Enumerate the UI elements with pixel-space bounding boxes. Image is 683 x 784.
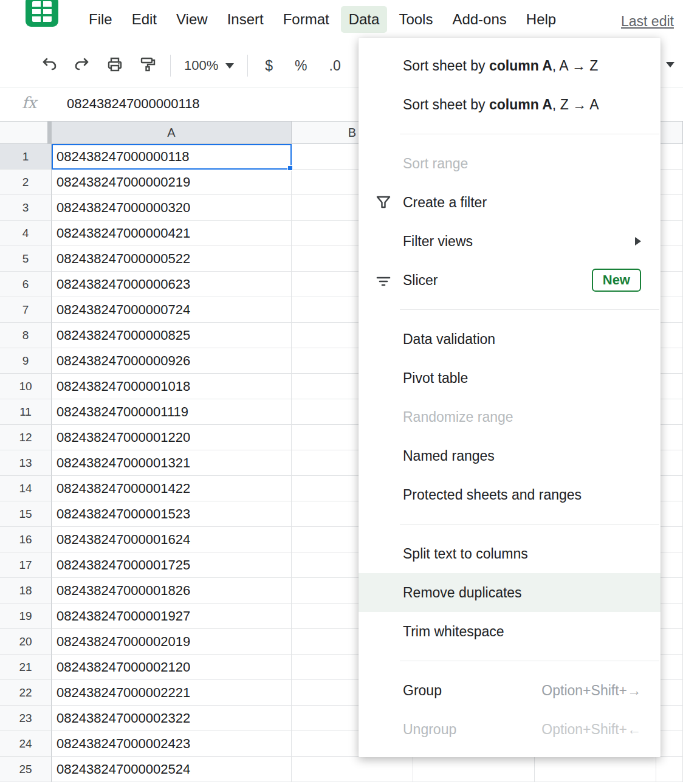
cell-A1[interactable]: 082438247000000118 [52, 144, 292, 170]
row-header-8[interactable]: 8 [0, 323, 52, 348]
row-header-17[interactable]: 17 [0, 552, 52, 578]
format-currency-button[interactable]: $ [256, 54, 281, 78]
cell-A15[interactable]: 082438247000001523 [52, 501, 292, 527]
row-header-10[interactable]: 10 [0, 374, 52, 399]
cell-A5[interactable]: 082438247000000522 [52, 246, 292, 272]
row-header-7[interactable]: 7 [0, 297, 52, 323]
sheets-logo[interactable] [26, 0, 58, 27]
undo-button[interactable] [36, 52, 62, 79]
select-all-corner[interactable] [0, 122, 52, 144]
row-header-19[interactable]: 19 [0, 603, 52, 629]
cell-A8[interactable]: 082438247000000825 [52, 323, 292, 348]
row-header-15[interactable]: 15 [0, 501, 52, 527]
menubar-item-file[interactable]: File [81, 6, 120, 33]
row-header-6[interactable]: 6 [0, 272, 52, 297]
row-header-9[interactable]: 9 [0, 348, 52, 374]
menu-item-label: Protected sheets and ranges [403, 487, 582, 503]
menu-item-split-text-to-columns[interactable]: Split text to columns [359, 534, 661, 573]
column-header-A[interactable]: A [52, 122, 292, 144]
row-header-22[interactable]: 22 [0, 680, 52, 706]
cell-A13[interactable]: 082438247000001321 [52, 450, 292, 476]
row-header-4[interactable]: 4 [0, 221, 52, 246]
cell-A22[interactable]: 082438247000002221 [52, 680, 292, 706]
cell-B25[interactable] [292, 757, 413, 782]
cell-A12[interactable]: 082438247000001220 [52, 425, 292, 450]
fill-handle[interactable] [287, 165, 293, 171]
cell-col325[interactable] [413, 757, 535, 782]
row-header-18[interactable]: 18 [0, 578, 52, 603]
menu-item-label: Trim whitespace [403, 624, 504, 640]
cell-A7[interactable]: 082438247000000724 [52, 297, 292, 323]
row-header-14[interactable]: 14 [0, 476, 52, 501]
cell-A9[interactable]: 082438247000000926 [52, 348, 292, 374]
row-header-16[interactable]: 16 [0, 527, 52, 552]
menu-item-sort-sheet-az[interactable]: Sort sheet by column A, A → Z [359, 46, 661, 85]
menu-item-label: Create a filter [403, 194, 487, 211]
row-header-2[interactable]: 2 [0, 170, 52, 195]
menu-item-remove-duplicates[interactable]: Remove duplicates [359, 573, 661, 612]
formula-input[interactable]: 082438247000000118 [67, 96, 200, 112]
cell-A10[interactable]: 082438247000001018 [52, 374, 292, 399]
row-header-5[interactable]: 5 [0, 246, 52, 272]
print-button[interactable] [102, 52, 128, 79]
menu-divider [400, 661, 659, 661]
format-percent-button[interactable]: % [286, 54, 315, 78]
menubar-item-add-ons[interactable]: Add-ons [444, 6, 514, 33]
cell-A20[interactable]: 082438247000002019 [52, 629, 292, 655]
menu-divider [400, 134, 659, 134]
row-header-20[interactable]: 20 [0, 629, 52, 655]
cell-A16[interactable]: 082438247000001624 [52, 527, 292, 552]
menubar-item-insert[interactable]: Insert [219, 6, 272, 33]
cell-A18[interactable]: 082438247000001826 [52, 578, 292, 603]
row-header-23[interactable]: 23 [0, 706, 52, 731]
menu-item-filter-views[interactable]: Filter views [359, 222, 661, 261]
menu-item-randomize-range: Randomize range [359, 397, 661, 436]
cell-A6[interactable]: 082438247000000623 [52, 272, 292, 297]
menu-item-data-validation[interactable]: Data validation [359, 320, 661, 359]
menubar-item-format[interactable]: Format [275, 6, 337, 33]
cell-A4[interactable]: 082438247000000421 [52, 221, 292, 246]
cell-A14[interactable]: 082438247000001422 [52, 476, 292, 501]
menu-item-named-ranges[interactable]: Named ranges [359, 436, 661, 475]
row-header-3[interactable]: 3 [0, 195, 52, 221]
cell-A24[interactable]: 082438247000002423 [52, 731, 292, 757]
paint-format-button[interactable] [135, 52, 160, 79]
last-edit-link[interactable]: Last edit [621, 13, 674, 30]
menu-item-trim-whitespace[interactable]: Trim whitespace [359, 612, 661, 651]
row-header-1[interactable]: 1 [0, 144, 52, 170]
cell-A19[interactable]: 082438247000001927 [52, 603, 292, 629]
redo-button[interactable] [69, 52, 95, 79]
row-header-21[interactable]: 21 [0, 655, 52, 680]
cell-A17[interactable]: 082438247000001725 [52, 552, 292, 578]
menubar-item-data[interactable]: Data [341, 6, 388, 33]
cell-A2[interactable]: 082438247000000219 [52, 170, 292, 195]
cell-A25[interactable]: 082438247000002524 [52, 757, 292, 782]
menubar-item-view[interactable]: View [168, 6, 216, 33]
row-header-25[interactable]: 25 [0, 757, 52, 782]
zoom-control[interactable]: 100% [179, 54, 239, 77]
decrease-decimal-button[interactable]: .0 [321, 54, 349, 78]
row-header-13[interactable]: 13 [0, 450, 52, 476]
menu-shortcut: Option+Shift+→ [541, 683, 641, 699]
row-header-12[interactable]: 12 [0, 425, 52, 450]
cell-A3[interactable]: 082438247000000320 [52, 195, 292, 221]
menubar-item-tools[interactable]: Tools [391, 6, 441, 33]
menu-item-protected-sheets-and-ranges[interactable]: Protected sheets and ranges [359, 475, 661, 514]
menu-item-group[interactable]: GroupOption+Shift+→ [359, 671, 661, 710]
menu-item-create-a-filter[interactable]: Create a filter [359, 183, 661, 222]
menu-item-sort-sheet-za[interactable]: Sort sheet by column A, Z → A [359, 85, 661, 124]
sheets-logo-grid-icon [26, 0, 58, 27]
cell-col425[interactable] [535, 757, 656, 782]
menubar-item-help[interactable]: Help [518, 6, 564, 33]
cell-A11[interactable]: 082438247000001119 [52, 399, 292, 425]
cell-A21[interactable]: 082438247000002120 [52, 655, 292, 680]
toolbar-overflow-caret-icon[interactable] [666, 62, 674, 67]
menu-item-slicer[interactable]: SlicerNew [359, 261, 661, 300]
row-header-24[interactable]: 24 [0, 731, 52, 757]
row-header-11[interactable]: 11 [0, 399, 52, 425]
menu-item-label: Sort sheet by column A, Z → A [403, 97, 599, 113]
cell-A23[interactable]: 082438247000002322 [52, 706, 292, 731]
menu-item-pivot-table[interactable]: Pivot table [359, 359, 661, 397]
menubar-item-edit[interactable]: Edit [124, 6, 165, 33]
cell-col525[interactable] [656, 757, 683, 782]
